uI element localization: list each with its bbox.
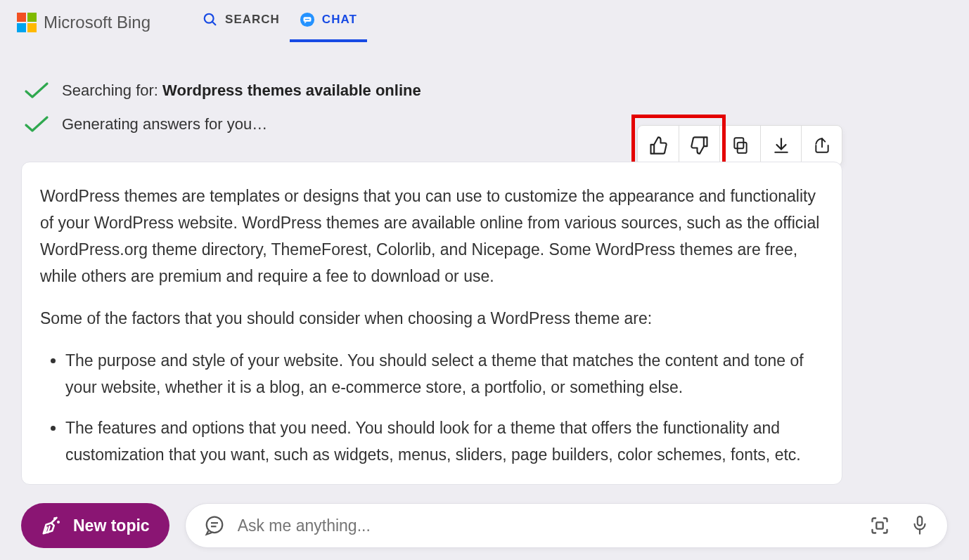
tab-chat-label: CHAT [322,13,357,27]
svg-point-12 [58,521,59,523]
visual-search-icon[interactable] [870,516,890,535]
brand-logo[interactable]: Microsoft Bing [17,13,150,32]
svg-point-13 [54,518,56,519]
search-icon [203,12,218,27]
download-button[interactable] [760,126,801,165]
new-topic-label: New topic [73,516,150,535]
answer-toolbar [637,125,842,166]
svg-rect-17 [876,522,883,528]
svg-rect-18 [918,516,922,526]
svg-line-1 [212,22,216,25]
check-icon [24,82,49,100]
nav-tabs: SEARCH CHAT [193,0,367,42]
answer-box: WordPress themes are templates or design… [21,162,842,485]
share-button[interactable] [801,126,842,165]
share-icon [813,136,831,155]
answer-paragraph-1: WordPress themes are templates or design… [40,183,823,290]
broom-icon [41,515,62,536]
dislike-button[interactable] [679,126,719,165]
chat-icon [300,12,315,27]
svg-point-14 [206,517,222,533]
status-searching-prefix: Searching for: [62,82,162,99]
copy-icon [731,136,750,155]
answer-paragraph-2: Some of the factors that you should cons… [40,306,823,332]
download-icon [772,136,790,155]
svg-rect-6 [734,138,743,148]
thumbs-up-icon [648,136,668,155]
check-icon [24,115,49,134]
microphone-icon[interactable] [911,515,929,536]
ask-box[interactable] [185,503,948,548]
copy-button[interactable] [719,126,760,165]
tab-search[interactable]: SEARCH [193,0,290,42]
status-searching: Searching for: Wordpress themes availabl… [24,82,969,100]
answer-list: The purpose and style of your website. Y… [40,348,823,469]
answer-list-item-2: The features and options that you need. … [65,415,823,469]
answer-list-item-1: The purpose and style of your website. Y… [65,348,823,401]
ask-input[interactable] [238,516,870,535]
thumbs-down-icon [690,136,710,155]
bottom-bar: New topic [21,502,948,549]
tab-search-label: SEARCH [225,13,280,27]
tab-chat[interactable]: CHAT [290,0,367,42]
chat-input-icon [204,515,225,536]
status-searching-query: Wordpress themes available online [162,82,421,99]
brand-text: Microsoft Bing [44,13,150,32]
new-topic-button[interactable]: New topic [21,503,169,548]
svg-rect-5 [737,143,746,153]
microsoft-logo-icon [17,13,37,32]
like-button[interactable] [638,126,679,165]
header: Microsoft Bing SEARCH CHAT [0,0,969,42]
status-generating-text: Generating answers for you… [62,115,267,134]
